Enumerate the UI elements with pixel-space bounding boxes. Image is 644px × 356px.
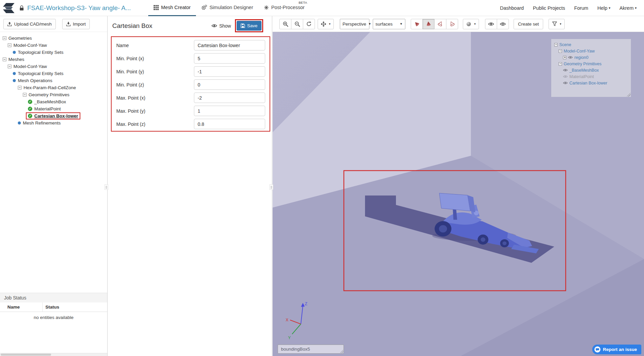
visibility-eye-icon[interactable] bbox=[563, 81, 568, 84]
scene-tree-item-label[interactable]: region0 bbox=[574, 55, 589, 60]
tree-item-basemeshbox[interactable]: ✓_BaseMeshBox bbox=[0, 98, 107, 105]
tree-item-meshes[interactable]: Meshes bbox=[0, 56, 107, 63]
bounding-box-name-value: boundingBox5 bbox=[281, 347, 310, 352]
scene-tree-item-region0[interactable]: region0 bbox=[554, 54, 630, 61]
bounding-box-name-input[interactable]: boundingBox5 bbox=[278, 345, 344, 354]
tree-item-mesh-refinements[interactable]: Mesh Refinements bbox=[0, 119, 107, 127]
collapse-icon[interactable] bbox=[559, 49, 562, 53]
tab-post-processor[interactable]: Post-ProcessorBETA bbox=[258, 0, 310, 16]
scene-tree-item-label[interactable]: _BaseMeshBox bbox=[569, 68, 599, 73]
tree-item-geometry-primitives[interactable]: Geometry Primitives bbox=[0, 91, 107, 98]
collapse-icon[interactable] bbox=[8, 65, 11, 68]
upload-cad-button[interactable]: Upload CAD/mesh bbox=[3, 19, 56, 29]
collapse-icon[interactable] bbox=[3, 58, 6, 61]
tree-item-label[interactable]: MaterialPoint bbox=[34, 106, 61, 111]
tree-item-label[interactable]: Topological Entity Sets bbox=[18, 71, 64, 76]
collapse-icon[interactable] bbox=[554, 43, 558, 46]
simscale-logo[interactable] bbox=[3, 3, 15, 13]
tree-item-label[interactable]: Geometry Primitives bbox=[29, 92, 70, 97]
field-input-min-point-x[interactable] bbox=[194, 53, 265, 64]
navbar-link-akrem[interactable]: Akrem▾ bbox=[619, 5, 637, 11]
visibility-eye-icon[interactable] bbox=[563, 69, 568, 72]
field-input-max-point-y[interactable] bbox=[194, 106, 265, 116]
tree-item-mesh-operations[interactable]: Mesh Operations bbox=[0, 77, 107, 84]
navbar-link-forum[interactable]: Forum bbox=[574, 5, 588, 11]
collapse-icon[interactable] bbox=[3, 36, 6, 40]
3d-scene[interactable]: X Y Z SceneModel-Conf-Yawregion0Geometry… bbox=[273, 32, 644, 356]
tree-item-label[interactable]: Mesh Refinements bbox=[23, 120, 61, 126]
collapse-icon[interactable] bbox=[8, 43, 11, 47]
scene-tree-item-label[interactable]: Scene bbox=[559, 42, 571, 47]
import-button[interactable]: Import bbox=[62, 19, 90, 29]
clip-cone-button-3[interactable] bbox=[434, 19, 446, 29]
report-issue-button[interactable]: Report an issue bbox=[592, 345, 641, 354]
clip-cone-button-4[interactable] bbox=[446, 19, 458, 29]
show-button[interactable]: Show bbox=[211, 23, 231, 29]
scene-tree-item-geometry-primitives[interactable]: Geometry Primitives bbox=[554, 61, 630, 67]
tree-item-label[interactable]: Mesh Operations bbox=[18, 78, 52, 83]
projection-select[interactable]: Perspective ▼ bbox=[340, 19, 369, 29]
hide-selection-button[interactable] bbox=[497, 19, 509, 29]
scrollbar-thumb[interactable] bbox=[1, 354, 51, 356]
show-all-button[interactable] bbox=[485, 19, 497, 29]
tree-item-cartesian-box-lower[interactable]: ✓Cartesian Box-lower bbox=[0, 112, 107, 119]
zoom-in-button[interactable] bbox=[279, 19, 291, 29]
filter-dropdown[interactable]: ▾ bbox=[549, 19, 565, 29]
project-title[interactable]: FSAE-Workshop-S3- Yaw angle- A... bbox=[27, 4, 131, 12]
tree-item-label[interactable]: Geometries bbox=[8, 36, 32, 41]
zoom-out-button[interactable] bbox=[291, 19, 303, 29]
visibility-eye-icon[interactable] bbox=[563, 75, 568, 78]
tree-item-model-conf-yaw[interactable]: Model-Conf-Yaw bbox=[0, 42, 107, 49]
tree-item-label[interactable]: Model-Conf-Yaw bbox=[13, 64, 47, 69]
sidebar-resize-grip[interactable] bbox=[105, 184, 108, 190]
tree-item-geometries[interactable]: Geometries bbox=[0, 35, 107, 42]
field-label: Name bbox=[116, 43, 194, 48]
tree-item-label[interactable]: Hex-Param-Rad-CellZone bbox=[24, 85, 76, 90]
save-button[interactable]: Save bbox=[237, 21, 261, 31]
tree-item-materialpoint[interactable]: ✓MaterialPoint bbox=[0, 105, 107, 112]
navbar-link-public-projects[interactable]: Public Projects bbox=[533, 5, 565, 11]
field-input-min-point-z[interactable] bbox=[194, 79, 265, 90]
panel-resize-grip[interactable] bbox=[270, 184, 273, 190]
tree-item-label[interactable]: _BaseMeshBox bbox=[34, 99, 66, 104]
collapse-icon[interactable] bbox=[18, 86, 22, 90]
tree-item-label[interactable]: Cartesian Box-lower bbox=[34, 113, 78, 118]
primitive-shape-dropdown[interactable]: ▾ bbox=[463, 19, 479, 29]
clip-cone-button-1[interactable] bbox=[411, 19, 423, 29]
tree-item-topological-entity-sets[interactable]: Topological Entity Sets bbox=[0, 49, 107, 56]
scene-tree-item-label[interactable]: Geometry Primitives bbox=[564, 62, 602, 66]
field-input-name[interactable] bbox=[194, 40, 265, 50]
tree-item-topological-entity-sets[interactable]: Topological Entity Sets bbox=[0, 70, 107, 77]
tree-item-label[interactable]: Meshes bbox=[8, 57, 24, 62]
tree-item-hex-param-rad-cellzone[interactable]: Hex-Param-Rad-CellZone bbox=[0, 84, 107, 91]
clip-cone-button-2[interactable] bbox=[422, 19, 435, 29]
scene-tree-item-label[interactable]: MaterialPoint bbox=[569, 74, 594, 79]
scene-tree-item-label[interactable]: Cartesian Box-lower bbox=[569, 81, 607, 85]
scene-tree-item-cartesian-box-lower[interactable]: Cartesian Box-lower bbox=[554, 80, 630, 86]
reset-view-button[interactable] bbox=[303, 19, 315, 29]
create-set-button[interactable]: Create set bbox=[514, 19, 543, 29]
tree-item-label[interactable]: Topological Entity Sets bbox=[18, 50, 64, 55]
navbar-link-help[interactable]: Help▾ bbox=[597, 5, 610, 11]
scene-tree-item-label[interactable]: Model-Conf-Yaw bbox=[564, 49, 595, 54]
tree-item-label[interactable]: Model-Conf-Yaw bbox=[13, 43, 47, 48]
navbar-link-dashboard[interactable]: Dashboard bbox=[500, 5, 524, 11]
scene-tree-item-model-conf-yaw[interactable]: Model-Conf-Yaw bbox=[554, 48, 630, 54]
tree-item-model-conf-yaw[interactable]: Model-Conf-Yaw bbox=[0, 63, 107, 70]
field-input-max-point-x[interactable] bbox=[194, 93, 265, 103]
scene-tree-item-basemeshbox[interactable]: _BaseMeshBox bbox=[554, 67, 630, 73]
axis-y-label: Y bbox=[288, 335, 291, 340]
field-input-min-point-y[interactable] bbox=[194, 66, 265, 77]
tab-simulation-designer[interactable]: Simulation Designer bbox=[196, 0, 258, 16]
collapse-icon[interactable] bbox=[559, 62, 562, 66]
visibility-eye-icon[interactable] bbox=[568, 56, 573, 59]
scene-tree-item-materialpoint[interactable]: MaterialPoint bbox=[554, 73, 630, 80]
sidebar-horizontal-scrollbar[interactable] bbox=[0, 353, 107, 356]
pan-mode-dropdown[interactable]: ▾ bbox=[318, 19, 334, 29]
tab-mesh-creator[interactable]: Mesh Creator bbox=[148, 0, 196, 16]
scene-tree-item-scene[interactable]: Scene bbox=[554, 41, 630, 48]
render-mode-select[interactable]: surfaces ▼ bbox=[373, 19, 405, 29]
expand-icon[interactable] bbox=[563, 56, 566, 59]
field-input-max-point-z[interactable] bbox=[194, 119, 265, 129]
collapse-icon[interactable] bbox=[23, 93, 27, 97]
